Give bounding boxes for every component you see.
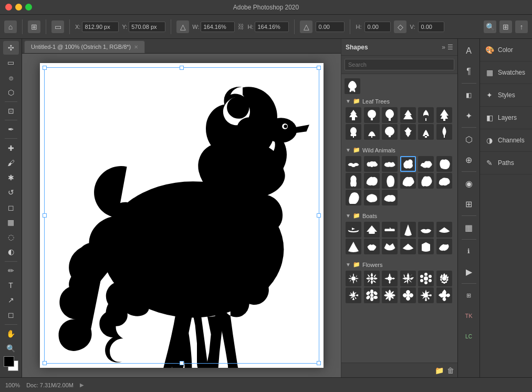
minimize-button[interactable] <box>15 4 22 11</box>
animal-shape-9[interactable] <box>382 173 398 189</box>
tree-shape-5[interactable] <box>418 107 434 123</box>
color-section[interactable]: 🎨 Color <box>480 39 532 61</box>
flower-shape-9[interactable] <box>382 287 398 303</box>
pen-tool[interactable]: ✏ <box>3 263 19 277</box>
animal-shape-6[interactable] <box>436 156 452 172</box>
flower-shape-7[interactable] <box>346 287 361 303</box>
layers-section[interactable]: ◧ Layers <box>480 107 532 129</box>
zoom-tool[interactable]: 🔍 <box>3 342 19 355</box>
layer-comps-btn[interactable]: ⊞ <box>459 285 479 305</box>
recent-shape-1[interactable] <box>345 78 360 94</box>
document-tab[interactable]: Untitled-1 @ 100% (Ostrich 1, RGB/8*) ✕ <box>24 40 145 53</box>
measurement-btn[interactable]: ⊕ <box>459 150 479 170</box>
h-input[interactable] <box>255 22 289 32</box>
layer-color-btn[interactable]: LC <box>459 326 479 346</box>
home-icon[interactable]: ⌂ <box>4 20 17 33</box>
tree-shape-7[interactable] <box>346 124 361 140</box>
flower-shape-1[interactable] <box>346 271 361 286</box>
tree-shape-12[interactable] <box>436 124 452 140</box>
lasso-tool[interactable]: ⌾ <box>3 71 19 85</box>
tree-shape-11[interactable] <box>418 124 434 140</box>
animal-shape-15[interactable] <box>382 190 398 205</box>
actions-btn[interactable]: ▶ <box>459 262 479 282</box>
channels-section[interactable]: ◑ Channels <box>480 129 532 152</box>
animal-shape-7[interactable] <box>346 173 361 189</box>
hand-tool[interactable]: ✋ <box>3 326 19 340</box>
new-group-icon[interactable]: 📁 <box>435 366 444 375</box>
paragraph-btn[interactable]: ¶ <box>459 61 479 81</box>
v-skew-input[interactable] <box>418 22 444 32</box>
fg-color[interactable] <box>4 356 14 367</box>
boat-shape-3[interactable] <box>382 222 398 238</box>
layers-section-header[interactable]: ◧ Layers <box>480 107 532 129</box>
flower-shape-6[interactable] <box>436 271 452 286</box>
clone-tool[interactable]: ✱ <box>3 171 19 184</box>
libraries-btn[interactable]: TK <box>459 306 479 326</box>
animal-shape-12[interactable] <box>436 173 452 189</box>
move-tool[interactable]: ✣ <box>3 41 19 55</box>
canvas-content[interactable] <box>22 54 341 377</box>
adjustments-btn[interactable]: ⊞ <box>459 194 479 214</box>
histogram-btn[interactable]: ▦ <box>459 218 479 238</box>
swatches-section-header[interactable]: ▦ Swatches <box>480 61 532 84</box>
animal-shape-14[interactable] <box>364 190 380 205</box>
crop-tool[interactable]: ⊡ <box>3 104 19 118</box>
character-style-btn[interactable]: ✦ <box>459 106 479 126</box>
flower-shape-8[interactable] <box>364 287 380 303</box>
y-input[interactable] <box>129 22 165 32</box>
quick-select-tool[interactable]: ⬡ <box>3 86 19 99</box>
boat-shape-7[interactable] <box>346 239 361 254</box>
shapes-search-input[interactable] <box>345 59 454 70</box>
healing-tool[interactable]: ✚ <box>3 141 19 154</box>
flower-shape-2[interactable] <box>364 271 380 286</box>
info-btn[interactable]: ℹ <box>459 241 479 261</box>
panel-menu-icon[interactable]: ☰ <box>447 44 453 51</box>
flower-shape-5[interactable] <box>418 271 434 286</box>
eyedropper-tool[interactable]: ✒ <box>3 122 19 136</box>
animal-shape-3[interactable] <box>382 156 398 172</box>
x-input[interactable] <box>82 22 119 32</box>
transform-icon[interactable]: ▭ <box>51 20 64 33</box>
animal-shape-8[interactable] <box>364 173 380 189</box>
category-flowers-header[interactable]: ▼ 📁 Flowers <box>345 260 454 270</box>
tree-shape-2[interactable] <box>364 107 380 123</box>
search-icon[interactable]: 🔍 <box>484 20 496 33</box>
select-rect-tool[interactable]: ▭ <box>3 56 19 69</box>
styles-section[interactable]: ✦ Styles <box>480 84 532 107</box>
category-leaf-trees-header[interactable]: ▼ 📁 Leaf Trees <box>345 96 454 106</box>
dodge-tool[interactable]: ◐ <box>3 245 19 259</box>
path-select-tool[interactable]: ↗ <box>3 293 19 307</box>
animal-shape-13[interactable] <box>346 190 361 205</box>
animal-shape-11[interactable] <box>418 173 434 189</box>
category-boats-header[interactable]: ▼ 📁 Boats <box>345 211 454 221</box>
w-input[interactable] <box>201 22 235 32</box>
properties-btn[interactable]: ◉ <box>459 173 479 193</box>
tree-shape-1[interactable] <box>346 107 361 123</box>
tree-shape-3[interactable] <box>382 107 398 123</box>
boat-shape-6[interactable] <box>436 222 452 238</box>
flower-shape-10[interactable] <box>400 287 416 303</box>
category-wild-animals-header[interactable]: ▼ 📁 Wild Animals <box>345 145 454 155</box>
animal-shape-4[interactable] <box>400 156 416 172</box>
animal-shape-1[interactable] <box>346 156 361 172</box>
tree-shape-4[interactable] <box>400 107 416 123</box>
flower-shape-11[interactable] <box>418 287 434 303</box>
animal-shape-10[interactable] <box>400 173 416 189</box>
bottom-arrow[interactable]: ▶ <box>80 382 84 388</box>
boat-shape-5[interactable] <box>418 222 434 238</box>
tree-shape-9[interactable] <box>382 124 398 140</box>
boat-shape-10[interactable] <box>400 239 416 254</box>
tab-close-icon[interactable]: ✕ <box>134 44 138 50</box>
arrange-icon[interactable]: ⊞ <box>499 20 512 33</box>
panel-expand-icon[interactable]: » <box>442 44 445 51</box>
tree-shape-8[interactable] <box>364 124 380 140</box>
channels-section-header[interactable]: ◑ Channels <box>480 129 532 151</box>
tree-shape-10[interactable] <box>400 124 416 140</box>
eraser-tool[interactable]: ◻ <box>3 200 19 214</box>
flower-shape-3[interactable] <box>382 271 398 286</box>
fg-bg-colors[interactable] <box>4 356 18 371</box>
tree-shape-6[interactable] <box>436 107 452 123</box>
flower-shape-12[interactable] <box>436 287 452 303</box>
animal-shape-5[interactable] <box>418 156 434 172</box>
type-tool[interactable]: T <box>3 278 19 292</box>
